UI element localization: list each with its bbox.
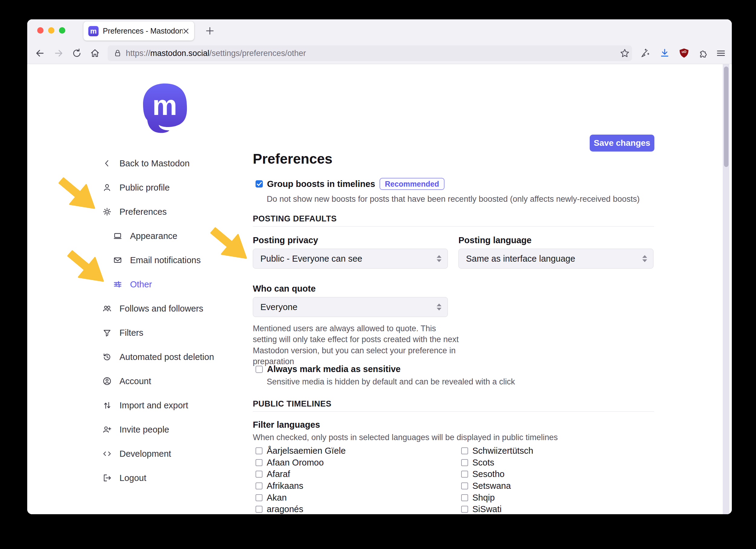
sidebar-item-label: Invite people bbox=[119, 425, 169, 435]
section-divider bbox=[253, 226, 654, 227]
select-arrows-icon bbox=[437, 304, 442, 311]
extensions-button[interactable] bbox=[696, 46, 711, 60]
language-option[interactable]: Akan bbox=[256, 492, 443, 504]
language-option[interactable]: Setswana bbox=[461, 480, 649, 492]
posting-language-label: Posting language bbox=[458, 235, 532, 245]
group-boosts-hint: Do not show new boosts for posts that ha… bbox=[267, 194, 660, 204]
posting-privacy-select[interactable]: Public - Everyone can see bbox=[253, 249, 448, 269]
language-checkbox[interactable] bbox=[461, 494, 468, 501]
sensitive-media-hint: Sensitive media is hidden by default and… bbox=[267, 376, 630, 387]
sidebar-item-email-notifications[interactable]: Email notifications bbox=[102, 248, 241, 272]
url-text: https://mastodon.social/settings/prefere… bbox=[126, 49, 306, 58]
language-list-left: Åarjelsaemien Gïele Afaan Oromoo Afaraf … bbox=[256, 445, 443, 514]
language-option[interactable]: aragonés bbox=[256, 503, 443, 514]
screenshot-canvas: m Preferences - Mastodon bbox=[0, 0, 756, 549]
bookmark-star-icon bbox=[620, 48, 630, 58]
url-bar[interactable]: https://mastodon.social/settings/prefere… bbox=[108, 45, 632, 61]
sidebar-item-account[interactable]: Account bbox=[102, 369, 241, 393]
chevron-left-icon bbox=[102, 158, 112, 168]
tab-close-icon[interactable] bbox=[183, 28, 189, 34]
sidebar-item-label: Other bbox=[130, 279, 152, 289]
sidebar-item-appearance[interactable]: Appearance bbox=[102, 224, 241, 248]
language-checkbox[interactable] bbox=[256, 482, 262, 489]
language-checkbox[interactable] bbox=[256, 459, 262, 466]
language-option[interactable]: Scots bbox=[461, 457, 649, 469]
language-list-right: Schwiizertütsch Scots Sesotho Setswana S… bbox=[461, 445, 649, 514]
select-arrows-icon bbox=[437, 255, 442, 262]
language-checkbox[interactable] bbox=[256, 447, 262, 454]
mastodon-logo: m bbox=[141, 82, 189, 134]
sidebar-item-automated-post-deletion[interactable]: Automated post deletion bbox=[102, 345, 241, 369]
traffic-light-minimize[interactable] bbox=[48, 27, 54, 34]
sidebar-item-filters[interactable]: Filters bbox=[102, 321, 241, 345]
download-icon bbox=[660, 48, 670, 58]
account-circle-icon bbox=[102, 376, 112, 386]
language-option[interactable]: Shqip bbox=[461, 492, 649, 504]
bookmark-button[interactable] bbox=[618, 46, 632, 60]
posting-language-value: Same as interface language bbox=[466, 254, 575, 264]
sidebar-item-preferences[interactable]: Preferences bbox=[102, 200, 241, 224]
person-icon bbox=[102, 182, 112, 193]
section-divider bbox=[253, 411, 654, 412]
sidebar-item-label: Preferences bbox=[119, 207, 167, 217]
language-option[interactable]: Afaan Oromoo bbox=[256, 457, 443, 469]
posting-privacy-value: Public - Everyone can see bbox=[260, 254, 362, 264]
sidebar-item-label: Account bbox=[119, 376, 151, 386]
sidebar-item-development[interactable]: Development bbox=[102, 442, 241, 466]
who-can-quote-hint: Mentioned users are always allowed to qu… bbox=[253, 323, 461, 367]
sidebar-item-import-and-export[interactable]: Import and export bbox=[102, 393, 241, 417]
group-boosts-checkbox[interactable] bbox=[256, 180, 263, 188]
language-checkbox[interactable] bbox=[461, 482, 468, 489]
sidebar-item-invite-people[interactable]: Invite people bbox=[102, 417, 241, 442]
language-checkbox[interactable] bbox=[461, 506, 468, 513]
reload-button[interactable] bbox=[70, 46, 84, 60]
language-option[interactable]: Åarjelsaemien Gïele bbox=[256, 445, 443, 457]
menu-button[interactable] bbox=[714, 46, 728, 60]
svg-text:m: m bbox=[152, 90, 177, 121]
language-option[interactable]: Sesotho bbox=[461, 468, 649, 480]
filter-languages-label: Filter languages bbox=[253, 420, 320, 430]
download-button[interactable] bbox=[657, 46, 672, 60]
home-button[interactable] bbox=[88, 46, 102, 60]
who-can-quote-select[interactable]: Everyone bbox=[253, 297, 448, 317]
browser-toolbar: https://mastodon.social/settings/prefere… bbox=[27, 42, 732, 64]
traffic-light-close[interactable] bbox=[37, 27, 44, 34]
language-option[interactable]: Schwiizertütsch bbox=[461, 445, 649, 457]
traffic-light-zoom[interactable] bbox=[59, 27, 65, 34]
sensitive-media-checkbox[interactable] bbox=[256, 366, 263, 373]
sidebar-item-label: Follows and followers bbox=[119, 304, 203, 314]
browser-tab[interactable]: m Preferences - Mastodon bbox=[83, 21, 194, 41]
new-tab-button[interactable] bbox=[204, 25, 216, 37]
language-checkbox[interactable] bbox=[256, 471, 262, 478]
page-scrollbar-thumb[interactable] bbox=[724, 67, 728, 167]
sensitive-media-label: Always mark media as sensitive bbox=[267, 364, 401, 374]
posting-defaults-section-title: POSTING DEFAULTS bbox=[253, 214, 337, 224]
group-boosts-row: Group boosts in timelines Recommended bbox=[256, 178, 445, 190]
sidebar-back-to-mastodon[interactable]: Back to Mastodon bbox=[102, 151, 241, 175]
person-add-icon bbox=[102, 424, 112, 435]
sidebar-item-other[interactable]: Other bbox=[102, 272, 241, 296]
clear-data-extension-button[interactable] bbox=[637, 46, 652, 60]
language-checkbox[interactable] bbox=[461, 459, 468, 466]
language-option[interactable]: SiSwati bbox=[461, 503, 649, 514]
language-checkbox[interactable] bbox=[461, 471, 468, 478]
broom-icon bbox=[640, 48, 650, 58]
sidebar-item-logout[interactable]: Logout bbox=[102, 466, 241, 490]
sidebar-item-label: Filters bbox=[119, 328, 143, 338]
forward-button[interactable] bbox=[51, 46, 66, 60]
sidebar-item-label: Email notifications bbox=[130, 255, 201, 265]
sidebar-item-public-profile[interactable]: Public profile bbox=[102, 175, 241, 200]
language-checkbox[interactable] bbox=[256, 506, 262, 513]
sidebar-item-follows-and-followers[interactable]: Follows and followers bbox=[102, 296, 241, 321]
lock-icon bbox=[113, 49, 122, 58]
back-button[interactable] bbox=[33, 46, 47, 60]
language-option[interactable]: Afaraf bbox=[256, 468, 443, 480]
language-checkbox[interactable] bbox=[461, 447, 468, 454]
ublock-origin-button[interactable]: uO bbox=[677, 46, 691, 60]
language-option[interactable]: Afrikaans bbox=[256, 480, 443, 492]
history-icon bbox=[102, 352, 112, 362]
posting-language-select[interactable]: Same as interface language bbox=[458, 249, 653, 269]
language-checkbox[interactable] bbox=[256, 494, 262, 501]
save-changes-button[interactable]: Save changes bbox=[590, 135, 654, 152]
who-can-quote-label: Who can quote bbox=[253, 284, 316, 294]
